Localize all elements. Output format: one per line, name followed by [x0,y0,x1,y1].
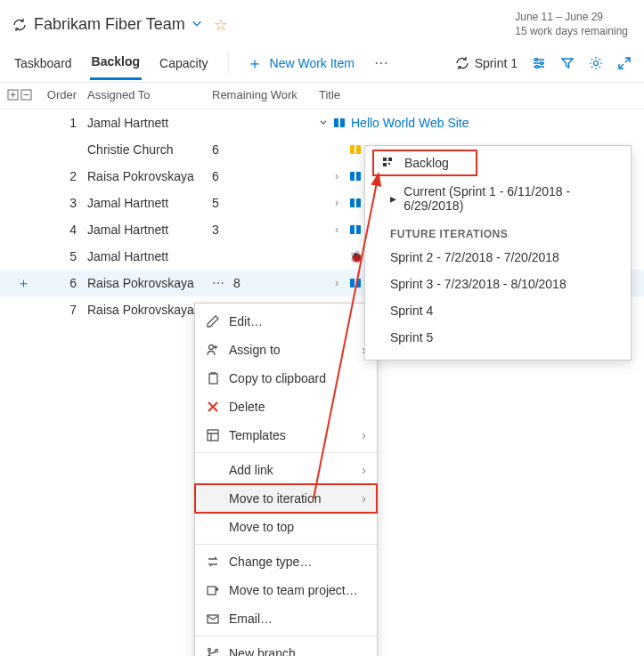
row-actions-icon[interactable]: ⋯ [212,276,228,290]
svg-rect-14 [383,158,387,161]
col-order[interactable]: Order [39,88,87,101]
remaining-cell[interactable]: 3 [212,223,319,237]
pbi-icon [349,170,362,182]
sprint-label: Sprint 1 [475,56,518,70]
assigned-cell[interactable]: Jamal Hartnett [87,196,212,210]
filter-icon[interactable] [560,56,575,70]
row-add-button[interactable]: ＋ [7,275,39,292]
chevron-down-icon[interactable] [319,116,328,130]
chevron-right-icon[interactable]: › [335,223,344,236]
assigned-cell[interactable]: Raisa Pokrovskaya [87,169,212,183]
svg-rect-15 [388,158,392,161]
svg-point-0 [535,58,538,61]
pbi-icon [349,277,362,289]
assigned-cell[interactable]: Raisa Pokrovskaya [87,276,212,290]
work-item-row[interactable]: 1Jamal HartnettHello World Web Site [0,109,644,136]
submenu-future-heading: FUTURE ITERATIONS [365,219,631,244]
svg-point-3 [594,61,599,65]
remaining-cell[interactable]: 5 [212,196,319,210]
sprint-cycle-icon [455,56,469,70]
new-work-item-button[interactable]: ＋ New Work Item [247,53,355,74]
order-cell: 3 [39,196,87,210]
title-cell[interactable]: Hello World Web Site [319,116,644,130]
submenu-sprint2[interactable]: Sprint 2 - 7/2/2018 - 7/20/2018 [365,244,631,271]
tab-backlog[interactable]: Backlog [90,45,142,80]
remaining-cell[interactable]: 6 [212,142,319,157]
col-remaining[interactable]: Remaining Work [212,88,319,101]
date-range: June 11 – June 29 [515,11,628,25]
gear-icon[interactable] [589,56,603,70]
svg-rect-17 [388,163,390,165]
submenu-current[interactable]: ▸ Current (Sprint 1 - 6/11/2018 - 6/29/2… [365,178,631,219]
chevron-right-icon[interactable]: › [335,197,344,209]
task-icon [349,143,362,156]
tab-capacity[interactable]: Capacity [158,47,209,79]
sprint-picker[interactable]: Sprint 1 [455,56,518,70]
order-cell: 5 [39,249,87,263]
expand-tri-icon: ▸ [390,191,396,206]
pencil-icon [206,314,220,323]
ctx-edit[interactable]: Edit… [195,307,377,323]
submenu-sprint4[interactable]: Sprint 4 [365,297,631,323]
page-header: Fabrikam Fiber Team ☆ June 11 – June 29 … [0,0,644,44]
bug-icon: 🐞 [349,250,362,263]
plus-icon: ＋ [247,53,263,74]
separator [228,53,229,74]
work-item-link[interactable]: Hello World Web Site [351,116,469,130]
order-cell: 4 [39,223,87,237]
context-menu: Edit… Assign to › Copy to clipboard Dele… [194,303,378,323]
pbi-icon [349,197,362,209]
pivot-tabs: Taskboard Backlog Capacity ＋ New Work It… [0,44,644,83]
pbi-icon [349,223,362,236]
chevron-down-icon[interactable] [191,17,203,32]
col-assigned[interactable]: Assigned To [87,88,212,101]
remaining-cell[interactable]: 6 [212,169,319,183]
iteration-dates: June 11 – June 29 15 work days remaining [515,11,628,38]
iteration-submenu: Backlog ▸ Current (Sprint 1 - 6/11/2018 … [364,145,632,323]
svg-point-1 [541,61,543,64]
col-title[interactable]: Title [319,88,644,101]
assigned-cell[interactable]: Christie Church [87,142,212,157]
team-title[interactable]: Fabrikam Fiber Team [34,15,185,34]
chevron-right-icon[interactable]: › [335,277,344,289]
assigned-cell[interactable]: Jamal Hartnett [87,249,212,263]
order-cell: 1 [39,116,87,130]
submenu-backlog[interactable]: Backlog [374,151,476,174]
expand-collapse-buttons[interactable] [7,88,39,101]
pbi-icon [333,117,346,129]
order-cell: 7 [39,303,87,317]
order-cell: 6 [39,276,87,290]
svg-point-2 [536,65,539,68]
order-cell: 2 [39,169,87,183]
more-actions-icon[interactable]: ⋯ [371,54,393,71]
submenu-sprint3[interactable]: Sprint 3 - 7/23/2018 - 8/10/2018 [365,271,631,297]
assigned-cell[interactable]: Jamal Hartnett [87,116,212,130]
settings-sliders-icon[interactable] [532,56,546,70]
assigned-cell[interactable]: Raisa Pokrovskaya [87,303,212,317]
favorite-star-icon[interactable]: ☆ [214,15,228,35]
backlog-icon [381,156,395,170]
chevron-right-icon[interactable]: › [335,170,344,182]
assigned-cell[interactable]: Jamal Hartnett [87,223,212,237]
fullscreen-icon[interactable] [617,56,632,70]
remaining-cell[interactable]: ⋯ 8 [212,276,319,290]
svg-rect-16 [383,163,387,166]
days-remaining: 15 work days remaining [515,25,628,39]
sprint-cycle-icon [12,18,27,32]
new-work-item-label: New Work Item [270,56,355,70]
tab-taskboard[interactable]: Taskboard [12,47,74,79]
grid-header: Order Assigned To Remaining Work Title [0,83,644,109]
